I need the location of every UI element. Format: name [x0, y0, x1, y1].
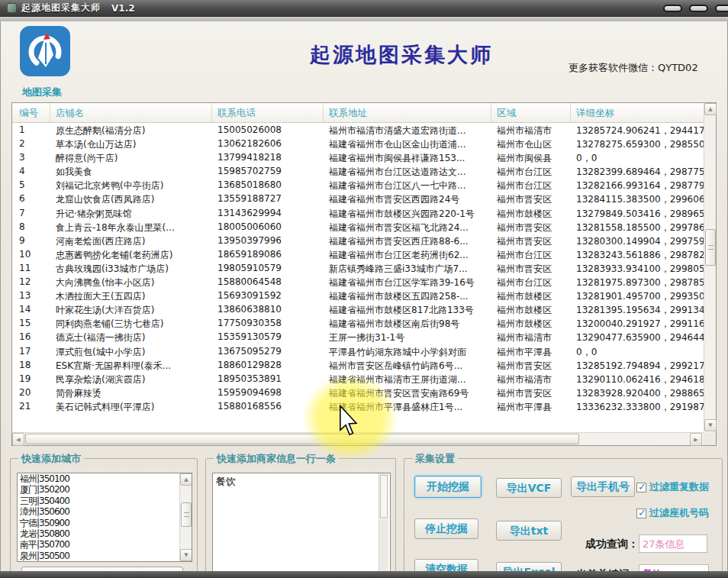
city-list-item[interactable]: 厦门|350200 — [18, 484, 192, 495]
column-header[interactable]: 区域 — [491, 103, 571, 122]
scroll-right-icon[interactable]: ▶ — [690, 433, 702, 446]
column-header[interactable]: 联系电话 — [212, 103, 324, 122]
table-row[interactable]: 13木洒拉面大王(五四店)15693091592福建省福州市鼓楼区五四路258-… — [12, 289, 705, 302]
checkbox-box[interactable] — [636, 509, 646, 518]
table-row[interactable]: 10忠惠酱鸭捞化老铺(老药洲店)18659189086福建省福州市台江区老药洲街… — [12, 247, 705, 261]
table-cell: 德克士(福清一拂街店) — [50, 330, 212, 344]
scroll-up-icon[interactable]: ▲ — [704, 103, 717, 115]
vertical-scrollbar[interactable]: ▲ ▼ — [704, 103, 716, 431]
table-cell: 13280300.149904，2997599. — [571, 234, 705, 247]
export-phone-button[interactable]: 导出手机号 — [571, 476, 635, 497]
table-cell: 福州市福清市 — [491, 123, 571, 137]
table-cell: 0，0 — [571, 150, 705, 164]
checkbox-box[interactable] — [636, 483, 646, 492]
column-header[interactable]: 联系地址 — [324, 103, 491, 122]
start-mining-button[interactable]: 开始挖掘 — [414, 476, 482, 498]
table-cell: 福州市鼓楼区 — [491, 289, 571, 302]
table-cell: 福建省福州市鼓楼区南后街98号 — [324, 316, 491, 330]
horizontal-scrollbar[interactable]: ◀ ▶ — [12, 432, 705, 445]
table-row[interactable]: 7升记·猪杂粥觅味馆13143629994福建省福州市鼓楼区兴园路220-1号福… — [12, 206, 705, 220]
page-title: 起源地图采集大师 — [230, 41, 573, 69]
table-cell: 新店镇秀峰路三盛i33城市广场7... — [324, 261, 491, 275]
filter-landline-checkbox[interactable]: 过滤座机号码 — [636, 506, 709, 520]
table-row[interactable]: 5刘福记北京烤鸭(中亭街店)13685018680福建省福州市台江区八一七中路.… — [12, 178, 705, 192]
table-row[interactable]: 21美石记韩式料理(平潭店)15880168556福建省福州市平潭县盛林庄1号.… — [12, 399, 705, 413]
column-header[interactable]: 详细坐标 — [571, 103, 705, 122]
scroll-down-icon[interactable]: ▼ — [704, 419, 717, 431]
table-row[interactable]: 3醉得意(尚干店)13799418218福建省福州市闽侯县祥谦路153...福州… — [12, 150, 705, 164]
table-cell: 河南老烩面(西庄路店) — [50, 234, 212, 247]
city-listbox[interactable]: 福州|350100厦门|350200三明|350400漳州|350600宁德|3… — [17, 473, 192, 562]
table-cell: 21 — [12, 399, 50, 413]
title-bar[interactable]: 起源地图采集大师 V1.2 — [0, 0, 728, 17]
table-cell: 13799418218 — [212, 150, 324, 164]
table-cell: 古典玫瑰园(i33城市广场店) — [50, 261, 212, 275]
table-cell: 18950353891 — [212, 372, 324, 386]
city-list-item[interactable]: 泉州|350500 — [18, 551, 192, 561]
table-cell: 13675095279 — [212, 344, 324, 358]
table-row[interactable]: 17潭式煎包(城中小学店)13675095279平潭县竹屿湖东路城中小学斜对面福… — [12, 344, 705, 358]
app-window: 起源地图采集大师 V1.2 起源地图采集大师 更多获客软件微信：QYTD02 地… — [0, 0, 728, 578]
textarea-scroll-thumb[interactable] — [380, 475, 388, 518]
table-cell: 19 — [12, 372, 50, 386]
table-row[interactable]: 8食上青云-18年永泰山里菜(...18005006060福建省福州市晋安区福飞… — [12, 220, 705, 234]
table-row[interactable]: 1原生态醉鹅(福清分店)15005026008福州市福清市清盛大道宏路街道...… — [12, 123, 705, 137]
city-list-item[interactable]: 南平|350700 — [18, 539, 192, 550]
column-header[interactable]: 店铺名 — [50, 103, 212, 122]
table-row[interactable]: 4如我美食15985702759福建省福州市台江区达道路达文...福州市台江区1… — [12, 164, 705, 178]
export-txt-button[interactable]: 导出txt — [496, 521, 562, 541]
scroll-left-icon[interactable]: ◀ — [12, 433, 24, 446]
minimize-button[interactable] — [663, 5, 682, 12]
table-row[interactable]: 14叶家花生汤(大洋百货店)13860638810福建省福州市鼓楼区817北路1… — [12, 302, 705, 316]
table-header: 编号店铺名联系电话联系地址区域详细坐标 — [12, 103, 705, 123]
table-row[interactable]: 9河南老烩面(西庄路店)13950397996福建省福州市晋安区西庄路88-6.… — [12, 234, 705, 247]
table-row[interactable]: 6龙窟山饮食店(西凤路店)13559188727福建省福州市晋安区西园路24号福… — [12, 192, 705, 205]
table-row[interactable]: 18ESK宜斯·无国界料理(泰禾...18860129828福州市晋安区岳峰镇竹… — [12, 358, 705, 372]
table-cell: 13281395.195634，2991340. — [571, 302, 705, 316]
table-cell: 7 — [12, 206, 50, 220]
table-cell: 福州市晋安区 — [491, 358, 571, 372]
table-row[interactable]: 20简骨麻辣烫15959094698福建省福州市晋安区晋安南路69号福州市晋安区… — [12, 386, 705, 399]
window-version: V1.2 — [111, 3, 135, 14]
table-row[interactable]: 15同利肉燕老铺(三坊七巷店)17750930358福建省福州市鼓楼区南后街98… — [12, 316, 705, 330]
panel-collect-settings: 采集设置 开始挖掘 导出VCF 导出手机号 停止挖掘 导出txt 清空数据 导出… — [404, 458, 723, 578]
maximize-button[interactable] — [689, 5, 708, 12]
table-cell: 13 — [12, 289, 50, 302]
results-table: 编号店铺名联系电话联系地址区域详细坐标 1原生态醉鹅(福清分店)15005026… — [11, 102, 717, 446]
city-list-item[interactable]: 漳州|350600 — [18, 506, 192, 517]
table-cell: 木洒拉面大王(五四店) — [50, 289, 212, 302]
table-row[interactable]: 19民享杂烩汤(湖滨霞店)18950353891福建省福州市福清市王屏街道湖..… — [12, 372, 705, 386]
table-row[interactable]: 12大向沸腾鱼(怡丰小区店)15880064548福建省福州市台江区学军路39-… — [12, 275, 705, 289]
city-list-item[interactable]: 龙岩|350800 — [18, 528, 192, 539]
city-list-item[interactable]: 三明|350400 — [18, 496, 192, 506]
tab-map-collect[interactable]: 地图采集 — [22, 86, 62, 99]
export-vcf-button[interactable]: 导出VCF — [496, 478, 562, 498]
stop-mining-button[interactable]: 停止挖掘 — [414, 518, 478, 539]
vertical-scroll-thumb[interactable] — [705, 229, 716, 266]
table-cell: 15359130579 — [212, 330, 324, 344]
table-cell: 福建省福州市鼓楼区817北路133号 — [324, 302, 491, 316]
table-row[interactable]: 11古典玫瑰园(i33城市广场店)19805910579新店镇秀峰路三盛i33城… — [12, 261, 705, 275]
table-cell: 9 — [12, 234, 50, 247]
textarea-scrollbar[interactable] — [378, 473, 388, 578]
scroll-up-icon[interactable]: ▲ — [180, 473, 192, 486]
success-query-field[interactable]: 27条信息 — [639, 534, 707, 553]
table-row[interactable]: 2草本汤(仓山万达店)13062182606福建省福州市仓山区金山街道浦...福… — [12, 137, 705, 150]
merchant-keywords-textarea[interactable]: 餐饮 — [212, 473, 391, 578]
table-cell: 福州市仓山区 — [491, 137, 571, 150]
column-header[interactable]: 编号 — [12, 103, 50, 122]
table-cell: 福州市平潭县 — [491, 399, 571, 413]
table-cell: 13284115.383500，2996069. — [571, 192, 705, 205]
filter-duplicates-checkbox[interactable]: 过滤重复数据 — [636, 480, 709, 494]
table-cell: 15880064548 — [212, 275, 324, 289]
close-button[interactable] — [715, 5, 728, 12]
scroll-down-icon[interactable]: ▼ — [180, 549, 192, 561]
city-list-scrollbar[interactable]: ▲ ▼ — [179, 473, 192, 561]
horizontal-scroll-thumb[interactable] — [25, 434, 579, 444]
table-row[interactable]: 16德克士(福清一拂街店)15359130579王屏一拂街31-1号福州市福清市… — [12, 330, 705, 344]
city-list-item[interactable]: 宁德|350900 — [18, 518, 192, 528]
table-cell: 简骨麻辣烫 — [50, 386, 212, 399]
city-scroll-thumb[interactable] — [181, 502, 192, 527]
table-cell: ESK宜斯·无国界料理(泰禾... — [50, 358, 212, 372]
city-list-item[interactable]: 福州|350100 — [18, 473, 192, 484]
